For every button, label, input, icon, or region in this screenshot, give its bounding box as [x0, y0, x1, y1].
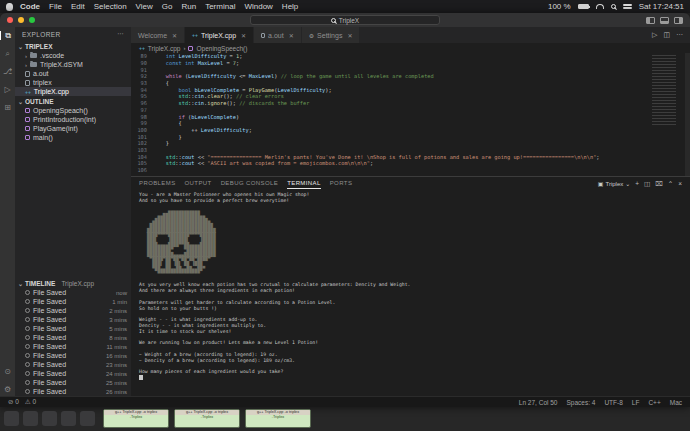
breadcrumb[interactable]: ++ TripleX.cpp › OpeningSpeech() [131, 43, 690, 53]
code-line[interactable]: 94 bool bLevelComplete = PlayGame(LevelD… [131, 86, 690, 93]
menu-item-selection[interactable]: Selection [94, 2, 127, 11]
outline-item[interactable]: PlayGame(int) [15, 124, 131, 133]
timeline-item[interactable]: File Saved1 min [15, 297, 131, 306]
menu-item-window[interactable]: Window [244, 2, 272, 11]
code-line[interactable]: 92 while (LevelDifficulty <= MaxLevel) /… [131, 73, 690, 80]
control-center-icon[interactable] [623, 3, 632, 10]
panel-tab-problems[interactable]: PROBLEMS [139, 178, 176, 189]
close-panel-icon[interactable]: × [678, 180, 682, 188]
run-button[interactable]: ▷ [652, 31, 657, 39]
tab-settings[interactable]: ⚙Settings✕ [302, 27, 361, 43]
close-window-button[interactable] [7, 17, 13, 23]
menu-item-edit[interactable]: Edit [71, 2, 85, 11]
search-icon[interactable]: ⌕ [0, 49, 15, 58]
status-item-spaces-4[interactable]: Spaces: 4 [566, 399, 595, 406]
timeline-item[interactable]: File Saved23 mins [15, 360, 131, 369]
timeline-item[interactable]: File Savednow [15, 288, 131, 297]
tree-item-a.out[interactable]: a.out [15, 69, 131, 78]
menu-item-code[interactable]: Code [20, 2, 40, 11]
terminal-output[interactable]: You - are a Master Potioneer who openes … [131, 190, 690, 396]
terminal-selector[interactable]: ▣ Triplex ⌄ [598, 180, 630, 187]
outline-item[interactable]: PrintIntroduction(int) [15, 115, 131, 124]
code-line[interactable]: 102 } [131, 140, 690, 147]
split-editor-icon[interactable]: ◫ [663, 31, 670, 39]
menu-item-go[interactable]: Go [162, 2, 173, 11]
editor-scrollbar[interactable] [685, 53, 690, 176]
project-section-header[interactable]: ⌄ TRIPLEX [15, 41, 131, 51]
extensions-icon[interactable]: ⊞ [0, 103, 15, 112]
run-debug-icon[interactable]: ▷ [0, 85, 15, 94]
timeline-item[interactable]: File Saved26 mins [15, 387, 131, 396]
tab-triplex-cpp[interactable]: ++TripleX.cpp✕ [185, 27, 254, 43]
tree-item-TripleX.dSYM[interactable]: ›TripleX.dSYM [15, 60, 131, 69]
maximize-panel-icon[interactable]: ⌃ [668, 180, 673, 188]
code-line[interactable]: 99 { [131, 120, 690, 127]
menu-item-view[interactable]: View [136, 2, 153, 11]
panel-tab-terminal[interactable]: TERMINAL [287, 178, 321, 189]
code-line[interactable]: 106 [131, 167, 690, 174]
status-item-c-[interactable]: C++ [648, 399, 660, 406]
status-item-lf[interactable]: LF [632, 399, 640, 406]
code-editor[interactable]: 89 int LevelDifficulty = 1;90 const int … [131, 53, 690, 176]
dock-terminal-window[interactable]: g++ TripleX.cpp -o triplex.Triplex [103, 409, 169, 428]
dock-app-icon[interactable] [4, 411, 19, 426]
dock-app-icon[interactable] [23, 411, 38, 426]
menu-item-run[interactable]: Run [181, 2, 196, 11]
panel-tab-ports[interactable]: PORTS [330, 178, 353, 189]
timeline-item[interactable]: File Saved8 mins [15, 333, 131, 342]
dock-terminal-window[interactable]: g++ TripleX.cpp -o triplex.Triplex [245, 409, 311, 428]
wifi-icon[interactable] [596, 4, 604, 9]
status-item-utf-8[interactable]: UTF-8 [604, 399, 622, 406]
dock-terminal-window[interactable]: g++ TripleX.cpp -o triplex.Triplex [174, 409, 240, 428]
panel-tab-debug-console[interactable]: DEBUG CONSOLE [221, 178, 279, 189]
problems-indicator[interactable]: ⊘ 0 ⚠ 0 [8, 398, 36, 406]
menu-item-terminal[interactable]: Terminal [205, 2, 235, 11]
zoom-window-button[interactable] [29, 17, 35, 23]
breadcrumb-symbol[interactable]: OpeningSpeech() [196, 45, 247, 52]
tree-item-.vscode[interactable]: ›.vscode [15, 51, 131, 60]
code-line[interactable]: 98 if (bLevelComplete) [131, 113, 690, 120]
timeline-item[interactable]: File Saved25 mins [15, 378, 131, 387]
command-center-search[interactable]: TripleX [250, 15, 440, 25]
tab-a-out[interactable]: a.out✕ [254, 27, 302, 43]
timeline-item[interactable]: File Saved11 mins [15, 342, 131, 351]
menu-bar-clock[interactable]: Sat 17:24:51 [639, 2, 684, 11]
code-line[interactable]: 103 [131, 147, 690, 154]
breadcrumb-file[interactable]: TripleX.cpp [148, 45, 181, 52]
timeline-section-header[interactable]: ⌄ TIMELINE TripleX.cpp [15, 278, 131, 288]
kill-terminal-icon[interactable]: ⌧ [655, 180, 663, 188]
more-actions-icon[interactable]: ⋯ [676, 31, 683, 39]
code-line[interactable]: 97 [131, 107, 690, 114]
toggle-sidebar-icon[interactable] [646, 17, 655, 24]
outline-item[interactable]: main() [15, 133, 131, 142]
code-line[interactable]: 100 ++ LevelDifficulty; [131, 127, 690, 134]
tree-item-TripleX.cpp[interactable]: ++TripleX.cpp [15, 87, 131, 96]
close-icon[interactable]: ✕ [172, 32, 177, 39]
apple-menu-icon[interactable] [6, 3, 13, 11]
code-line[interactable]: 104 std::cout << "================ Merli… [131, 153, 690, 160]
settings-icon[interactable]: ⚙ [0, 385, 15, 394]
dock-app-icon[interactable] [61, 411, 76, 426]
status-item-ln-27-col-50[interactable]: Ln 27, Col 50 [519, 399, 558, 406]
panel-tab-output[interactable]: OUTPUT [185, 178, 212, 189]
spotlight-search-icon[interactable] [611, 4, 616, 9]
timeline-item[interactable]: File Saved2 mins [15, 306, 131, 315]
tree-item-triplex[interactable]: triplex [15, 78, 131, 87]
menu-item-help[interactable]: Help [282, 2, 298, 11]
minimize-window-button[interactable] [18, 17, 24, 23]
close-icon[interactable]: ✕ [241, 32, 246, 39]
dock-app-icon[interactable] [80, 411, 95, 426]
code-line[interactable]: 96 std::cin.ignore(); // discards the bu… [131, 100, 690, 107]
outline-item[interactable]: OpeningSpeach() [15, 106, 131, 115]
explorer-more-actions-icon[interactable]: ⋯ [117, 30, 124, 38]
close-icon[interactable]: ✕ [289, 32, 294, 39]
code-line[interactable]: 91 [131, 66, 690, 73]
account-icon[interactable]: ⊙ [0, 367, 15, 376]
code-line[interactable]: 105 std::cout << "ASCII art was copied f… [131, 160, 690, 167]
outline-section-header[interactable]: ⌄ OUTLINE [15, 96, 131, 106]
timeline-item[interactable]: File Saved16 mins [15, 351, 131, 360]
split-terminal-icon[interactable]: ◫ [644, 180, 650, 188]
code-line[interactable]: 89 int LevelDifficulty = 1; [131, 53, 690, 60]
code-line[interactable]: 93 { [131, 80, 690, 87]
code-line[interactable]: 95 std::cin.clear(); // clear errors [131, 93, 690, 100]
